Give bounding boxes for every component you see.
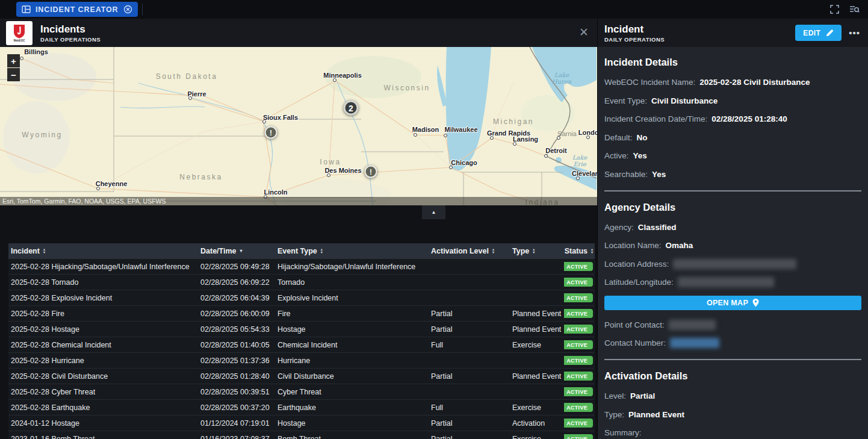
table-header-row: Incident▴▾Date/Time▾Event Type▴▾Activati…: [8, 243, 595, 259]
detail-field: Level:Partial: [604, 391, 861, 401]
map-zoom-control: + −: [7, 54, 20, 82]
table-cell: [510, 353, 564, 368]
table-cell: Planned Event: [510, 369, 564, 384]
map-cluster-marker[interactable]: 2: [344, 101, 359, 116]
table-row[interactable]: 2025-02-28 Earthquake02/28/2025 00:37:20…: [8, 400, 595, 416]
table-row[interactable]: 2025-02-28 Hurricane02/28/2025 01:37:36H…: [8, 353, 595, 369]
table-cell: Fire: [275, 306, 429, 321]
table-row[interactable]: 2025-02-28 Fire02/28/2025 06:00:09FirePa…: [8, 306, 595, 322]
webeoc-logo: WebEOC: [6, 21, 33, 45]
detail-field: Active:Yes: [604, 151, 861, 161]
map-alert-marker[interactable]: !: [265, 126, 277, 139]
webeoc-logo-text: WebEOC: [13, 39, 25, 42]
table-row[interactable]: 2025-02-28 Hijacking/Sabotage/Unlawful I…: [8, 259, 595, 275]
field-label: Point of Contact:: [604, 320, 665, 329]
city-dot: [327, 173, 330, 177]
table-row[interactable]: 2025-02-28 Civil Disturbance02/28/2025 0…: [8, 369, 595, 384]
detail-field: Latitude/Longitude:: [604, 277, 861, 287]
table-cell: Cyber Threat: [275, 384, 429, 399]
map-basemap: [0, 47, 597, 205]
table-cell: ACTIVE: [564, 416, 595, 431]
field-label: Summary:: [604, 428, 642, 437]
zoom-in-button[interactable]: +: [7, 54, 20, 67]
field-value: 02/28/2025 01:28:40: [711, 114, 787, 123]
zoom-out-button[interactable]: −: [7, 68, 20, 81]
table-row[interactable]: 2025-02-28 Cyber Threat02/28/2025 00:39:…: [8, 384, 595, 400]
column-header-date-time[interactable]: Date/Time▾: [198, 243, 275, 259]
edit-button[interactable]: EDIT: [795, 25, 842, 41]
city-dot: [576, 176, 580, 180]
webeoc-shield-icon: [13, 24, 25, 39]
tab-incident-creator[interactable]: INCIDENT CREATOR: [16, 2, 138, 17]
table-cell: Exercise: [510, 400, 564, 415]
table-cell: Earthquake: [275, 400, 429, 415]
status-badge: ACTIVE: [564, 372, 593, 381]
field-label: WebEOC Incident Name:: [604, 78, 695, 87]
table-cell: 02/28/2025 01:40:05: [198, 337, 275, 352]
table-row[interactable]: 2023-01-16 Bomb Threat01/16/2023 07:08:3…: [8, 431, 595, 439]
sort-desc-icon: ▾: [240, 249, 243, 254]
column-header-type[interactable]: Type▴▾: [510, 243, 564, 259]
map-alert-marker[interactable]: !: [365, 166, 377, 178]
table-cell: [510, 384, 564, 399]
table-cell: ACTIVE: [564, 369, 595, 384]
table-cell: 02/28/2025 06:04:39: [198, 290, 275, 305]
field-label: Active:: [604, 151, 629, 160]
sort-icon: ▴▾: [591, 248, 593, 254]
detail-field: Agency:Classified: [604, 222, 861, 232]
more-options-icon[interactable]: •••: [849, 28, 860, 38]
table-row[interactable]: 2025-02-28 Tornado02/28/2025 06:09:22Tor…: [8, 275, 595, 290]
city-dot: [557, 136, 560, 140]
map-collapse-button[interactable]: ▲: [422, 205, 445, 219]
table-cell: [429, 275, 510, 290]
redacted-value: [669, 320, 716, 330]
map[interactable]: + − South DakotaWyomingNebraskaWisconsin…: [0, 47, 597, 205]
field-value: Planned Event: [628, 410, 684, 419]
table-cell: 2025-02-28 Earthquake: [8, 400, 198, 415]
incidents-panel-header: WebEOC Incidents DAILY OPERATIONS ✕: [0, 19, 597, 47]
column-header-status[interactable]: Status▴▾: [564, 243, 595, 259]
incidents-title: Incidents: [40, 23, 101, 35]
field-value: 2025-02-28 Civil Disturbance: [699, 78, 810, 87]
close-circle-icon[interactable]: [123, 5, 132, 14]
incident-detail-header: Incident DAILY OPERATIONS EDIT •••: [598, 19, 868, 47]
city-dot: [20, 57, 23, 60]
table-cell: 2025-02-28 Hijacking/Sabotage/Unlawful I…: [8, 259, 198, 274]
field-value: Partial: [630, 391, 655, 400]
list-search-icon[interactable]: [849, 5, 860, 14]
table-cell: Planned Event: [510, 306, 564, 321]
column-header-incident[interactable]: Incident▴▾: [8, 243, 198, 259]
table-cell: Full: [429, 400, 510, 415]
table-cell: Hostage: [275, 416, 429, 431]
column-header-activation-level[interactable]: Activation Level▴▾: [429, 243, 510, 259]
table-row[interactable]: 2025-02-28 Explosive Incident02/28/2025 …: [8, 290, 595, 306]
table-row[interactable]: 2025-02-28 Chemical Incident02/28/2025 0…: [8, 337, 595, 353]
table-cell: ACTIVE: [564, 275, 595, 290]
field-label: Event Type:: [604, 96, 647, 105]
field-label: Latitude/Longitude:: [604, 278, 674, 287]
sort-icon: ▴▾: [43, 248, 45, 254]
city-dot: [96, 187, 100, 190]
table-cell: 2025-02-28 Cyber Threat: [8, 384, 198, 399]
tab-separator: [142, 4, 143, 16]
panel-layout-icon: [22, 5, 31, 13]
column-header-event-type[interactable]: Event Type▴▾: [275, 243, 429, 259]
location-pin-icon: [752, 299, 759, 307]
detail-field: Summary:: [604, 428, 861, 438]
table-row[interactable]: 2024-01-12 Hostage01/12/2024 07:19:01Hos…: [8, 416, 595, 431]
table-cell: 2025-02-28 Fire: [8, 306, 198, 321]
open-map-button[interactable]: OPEN MAP: [604, 296, 861, 310]
table-cell: [429, 384, 510, 399]
section-title: Activation Details: [604, 370, 861, 382]
table-cell: 02/28/2025 06:09:22: [198, 275, 275, 290]
table-cell: 2025-02-28 Tornado: [8, 275, 198, 290]
table-row[interactable]: 2025-02-28 Hostage02/28/2025 05:54:33Hos…: [8, 322, 595, 337]
field-label: Default:: [604, 133, 633, 142]
close-icon[interactable]: ✕: [577, 25, 591, 39]
fullscreen-icon[interactable]: [830, 5, 839, 14]
table-cell: Civil Disturbance: [275, 369, 429, 384]
status-badge: ACTIVE: [564, 340, 593, 349]
status-badge: ACTIVE: [564, 278, 593, 287]
status-badge: ACTIVE: [564, 387, 593, 396]
status-badge: ACTIVE: [564, 309, 593, 318]
